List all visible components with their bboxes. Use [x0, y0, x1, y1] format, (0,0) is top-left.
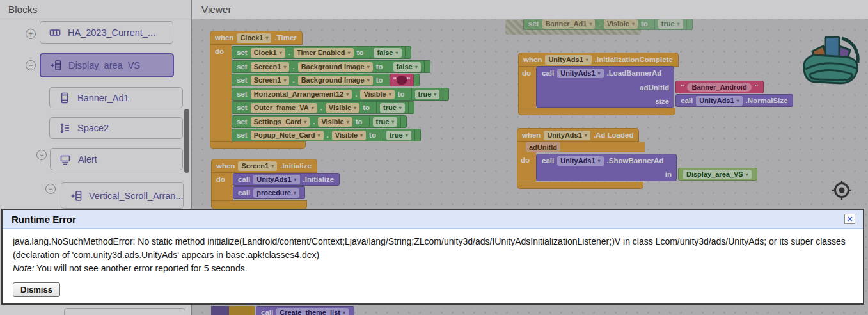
- runtime-error-dialog: Runtime Error ✕ java.lang.NoSuchMethodEr…: [1, 209, 864, 305]
- error-message-line2: (declaration of 'com.unity3d.ads.UnityAd…: [13, 248, 853, 262]
- close-icon[interactable]: ✕: [844, 214, 855, 224]
- note-text: You will not see another error reported …: [34, 263, 247, 273]
- dismiss-button[interactable]: Dismiss: [13, 282, 60, 297]
- note-prefix: Note:: [13, 263, 34, 273]
- dialog-header: Runtime Error ✕: [3, 210, 863, 229]
- error-message-line1: java.lang.NoSuchMethodError: No static m…: [13, 235, 853, 248]
- error-note: Note: You will not see another error rep…: [13, 262, 853, 275]
- dialog-body: java.lang.NoSuchMethodError: No static m…: [3, 229, 863, 297]
- dialog-title: Runtime Error: [12, 214, 76, 225]
- app-window: Blocks Viewer + HA_2023_Current_... − Di…: [0, 0, 868, 315]
